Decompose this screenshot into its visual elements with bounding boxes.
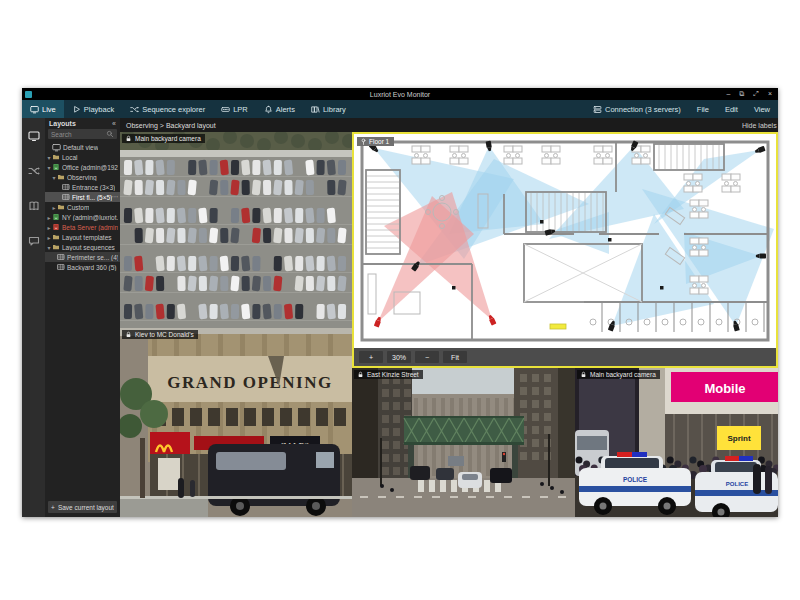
messages-panel-icon[interactable]: [28, 233, 40, 251]
collapse-panel-icon[interactable]: «: [112, 120, 116, 127]
camera-label: Main backyard camera: [577, 370, 660, 379]
zoom-out-button[interactable]: −: [415, 351, 439, 363]
plus-icon: +: [51, 504, 55, 511]
camera-tile-main-backyard[interactable]: Main backyard camera: [120, 132, 352, 328]
folder-icon: [52, 243, 60, 251]
street-video: [352, 368, 575, 517]
menu-tab-label: Sequence explorer: [142, 105, 205, 114]
restore-button[interactable]: ⧉: [739, 88, 744, 100]
svg-text:Mobile: Mobile: [704, 381, 745, 396]
svg-text:Sprint: Sprint: [727, 434, 750, 443]
tree-item-beta-server-admin-l[interactable]: ▸Beta Server (admin@l...): [45, 222, 120, 232]
tree-item-layout-sequences[interactable]: ▾Layout sequences: [45, 242, 120, 252]
server-red-icon: [52, 223, 60, 231]
breadcrumb[interactable]: Observing > Backyard layout: [126, 122, 216, 129]
lock-icon: [125, 135, 132, 142]
servers-icon: [593, 105, 602, 114]
tree-item-ny-admin-luxriot-com[interactable]: ▸NY (admin@luxriot.com): [45, 212, 120, 222]
camera-label: Main backyard camera: [122, 134, 205, 143]
menu-tab-live[interactable]: Live: [22, 100, 64, 118]
zoom-level-label: 30%: [387, 351, 411, 363]
monitor-icon: [52, 143, 61, 152]
menu-tab-lpr[interactable]: LPR: [213, 100, 256, 118]
floor-tab[interactable]: Floor 1: [357, 137, 394, 146]
grid-icon: [62, 193, 70, 201]
more-options-icon[interactable]: ⋯: [112, 193, 119, 201]
menu-item-label: View: [754, 105, 770, 114]
floorplan-image: [354, 134, 776, 348]
close-button[interactable]: ×: [768, 88, 772, 100]
tree-item-custom[interactable]: ▸Custom: [45, 202, 120, 212]
fit-button[interactable]: Fit: [443, 351, 467, 363]
tree-item-local[interactable]: ▾Local: [45, 152, 120, 162]
menu-tab-label: Library: [323, 105, 346, 114]
police-street-video: MobileSprintPOLICEPOLICE: [575, 368, 778, 517]
menu-item-view[interactable]: View: [746, 100, 778, 118]
window-title: Luxriot Evo Monitor: [22, 91, 778, 98]
tree-item-label: First fl... (5×5): [72, 194, 112, 201]
sequences-panel-icon[interactable]: [28, 163, 40, 181]
tree-item-perimeter-se-4[interactable]: Perimeter se... (4): [45, 252, 120, 262]
main-content: Observing > Backyard layout Hide labels …: [120, 118, 778, 517]
tree-item-label: Custom: [67, 204, 89, 211]
tree-item-backyard-360-5[interactable]: Backyard 360 (5): [45, 262, 120, 272]
layouts-panel-icon[interactable]: [28, 128, 40, 146]
window-body: Layouts « Search Default view▾Local▾Offi…: [22, 118, 778, 517]
menu-tab-playback[interactable]: Playback: [64, 100, 122, 118]
camera-tile-kinzie-street[interactable]: East Kinzie Street: [352, 368, 575, 517]
menu-item-label: Edit: [725, 105, 738, 114]
floorplan-tile-selected[interactable]: Floor 1 + 30% − Fit: [352, 132, 778, 368]
tree-item-office-admin-192-168-1-5[interactable]: ▾Office (admin@192.168.1.5): [45, 162, 120, 172]
server-green-icon: [52, 163, 60, 171]
monitor-icon: [30, 105, 39, 114]
save-current-layout-button[interactable]: + Save current layout: [48, 501, 117, 513]
desktop: Luxriot Evo Monitor –⧉⤢× LivePlaybackSeq…: [0, 0, 800, 600]
grid-icon: [62, 183, 70, 191]
parking-lot-video: [120, 132, 352, 328]
menu-item-file[interactable]: File: [689, 100, 717, 118]
bookmarks-panel-icon[interactable]: [28, 198, 40, 216]
map-pin-icon: [360, 138, 367, 145]
menu-tab-library[interactable]: Library: [303, 100, 354, 118]
zoom-in-button[interactable]: +: [359, 351, 383, 363]
tree-item-entrance-3-3[interactable]: Entrance (3×3): [45, 182, 120, 192]
svg-text:GRAND OPENING: GRAND OPENING: [167, 373, 332, 392]
menu-item-label: File: [697, 105, 709, 114]
layouts-panel-title: Layouts: [49, 120, 76, 127]
library-icon: [311, 105, 320, 114]
camera-label: East Kinzie Street: [354, 370, 423, 379]
shuffle-icon: [130, 105, 139, 114]
layouts-panel: Layouts « Search Default view▾Local▾Offi…: [45, 118, 120, 517]
minimize-button[interactable]: –: [726, 88, 730, 100]
menu-tab-label: Alerts: [276, 105, 295, 114]
app-window: Luxriot Evo Monitor –⧉⤢× LivePlaybackSeq…: [22, 88, 778, 517]
search-icon: [106, 130, 114, 138]
folder-icon: [52, 233, 60, 241]
mcdonalds-video: GRAND OPENINGMcDonald'sZALES: [120, 328, 352, 517]
floor-tab-label: Floor 1: [369, 138, 389, 145]
title-bar: Luxriot Evo Monitor –⧉⤢×: [22, 88, 778, 100]
save-button-label: Save current layout: [58, 504, 114, 511]
fullscreen-button[interactable]: ⤢: [753, 88, 759, 100]
camera-label-text: Main backyard camera: [590, 371, 656, 378]
menu-tab-sequence-explorer[interactable]: Sequence explorer: [122, 100, 213, 118]
tree-item-default-view[interactable]: Default view: [45, 142, 120, 152]
folder-icon: [57, 203, 65, 211]
plate-icon: [221, 105, 230, 114]
tree-item-observing[interactable]: ▾Observing: [45, 172, 120, 182]
camera-tile-police-street[interactable]: Main backyard camera MobileSprintPOLICEP…: [575, 368, 778, 517]
menu-item-edit[interactable]: Edit: [717, 100, 746, 118]
tree-item-layout-templates[interactable]: ▸Layout templates: [45, 232, 120, 242]
menu-right: Connection (3 servers)FileEditView: [585, 100, 778, 118]
search-input[interactable]: Search: [48, 129, 117, 139]
tree-item-first-fl-5-5[interactable]: First fl... (5×5)⋯: [45, 192, 120, 202]
svg-text:POLICE: POLICE: [623, 476, 648, 483]
folder-icon: [52, 153, 60, 161]
menu-tab-label: Playback: [84, 105, 114, 114]
menu-bar: LivePlaybackSequence explorerLPRAlertsLi…: [22, 100, 778, 118]
menu-tab-alerts[interactable]: Alerts: [256, 100, 303, 118]
tree-item-label: Layout sequences: [62, 244, 115, 251]
menu-item-connection-3-servers[interactable]: Connection (3 servers): [585, 100, 689, 118]
camera-tile-mcdonalds[interactable]: Kiev to MC Donald's GRAND OPENINGMcDonal…: [120, 328, 352, 517]
hide-labels-toggle[interactable]: Hide labels: [742, 122, 778, 129]
